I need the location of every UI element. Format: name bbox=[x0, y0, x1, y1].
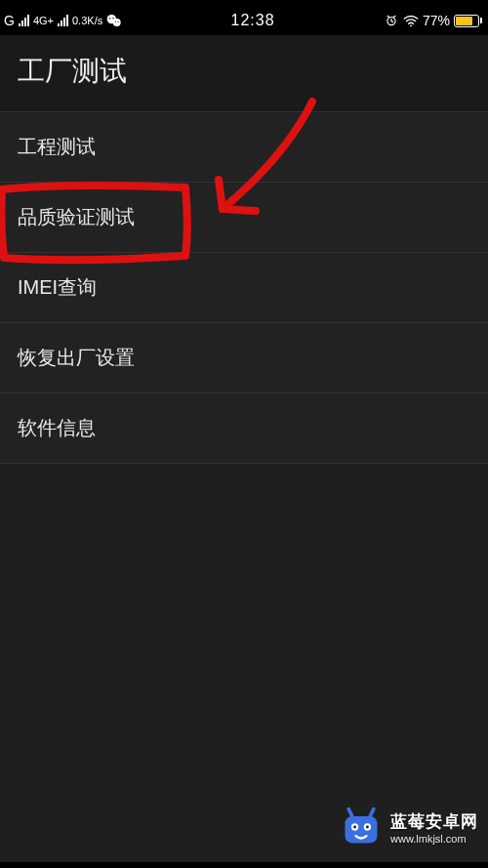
alarm-icon bbox=[384, 14, 399, 27]
status-bar: G 4G+ 0.3K/s 12:38 bbox=[0, 6, 488, 35]
menu-item-quality-verification-test[interactable]: 品质验证测试 bbox=[0, 183, 488, 253]
menu-item-label: 品质验证测试 bbox=[18, 206, 135, 227]
svg-point-9 bbox=[351, 823, 358, 830]
menu-item-imei-query[interactable]: IMEI查询 bbox=[0, 253, 488, 323]
battery-icon bbox=[454, 15, 482, 27]
menu-item-label: 恢复出厂设置 bbox=[18, 347, 135, 368]
battery-percent: 77% bbox=[423, 13, 450, 28]
wifi-icon bbox=[403, 14, 419, 27]
svg-point-4 bbox=[115, 21, 116, 22]
status-time: 12:38 bbox=[122, 12, 384, 29]
svg-point-1 bbox=[113, 19, 121, 26]
svg-point-12 bbox=[366, 826, 369, 829]
menu-list: 工程测试 品质验证测试 IMEI查询 恢复出厂设置 软件信息 bbox=[0, 112, 488, 464]
menu-item-label: 软件信息 bbox=[18, 417, 96, 438]
svg-point-3 bbox=[112, 18, 113, 19]
page-title: 工厂测试 bbox=[18, 53, 470, 90]
carrier-prefix: G bbox=[4, 13, 15, 28]
app-header: 工厂测试 bbox=[0, 35, 488, 112]
watermark-title: 蓝莓安卓网 bbox=[390, 810, 478, 833]
menu-item-engineering-test[interactable]: 工程测试 bbox=[0, 112, 488, 183]
menu-item-factory-reset[interactable]: 恢复出厂设置 bbox=[0, 323, 488, 393]
menu-item-label: IMEI查询 bbox=[18, 276, 97, 298]
menu-item-software-info[interactable]: 软件信息 bbox=[0, 393, 488, 464]
signal-strength-icon bbox=[19, 15, 29, 26]
watermark: 蓝莓安卓网 www.lmkjsl.com bbox=[340, 806, 478, 848]
svg-rect-8 bbox=[346, 816, 378, 844]
svg-point-5 bbox=[118, 21, 119, 22]
network-type: 4G+ bbox=[33, 15, 54, 26]
svg-point-2 bbox=[109, 18, 110, 19]
wechat-icon bbox=[106, 14, 122, 27]
svg-point-11 bbox=[353, 826, 356, 829]
menu-item-label: 工程测试 bbox=[18, 136, 96, 157]
mascot-icon bbox=[340, 806, 383, 848]
status-right: 77% bbox=[384, 13, 482, 28]
watermark-url: www.lmkjsl.com bbox=[390, 833, 478, 845]
svg-point-10 bbox=[364, 823, 371, 830]
network-speed: 0.3K/s bbox=[72, 15, 102, 26]
signal-strength-icon-2 bbox=[58, 15, 68, 26]
svg-point-7 bbox=[410, 24, 412, 26]
status-left: G 4G+ 0.3K/s bbox=[4, 13, 122, 28]
